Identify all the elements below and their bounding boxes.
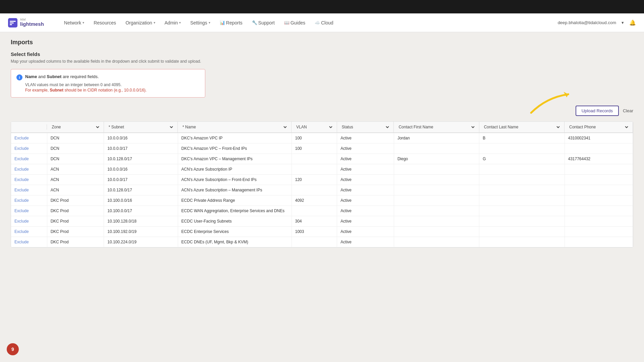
exclude-button[interactable]: Exclude <box>14 157 29 161</box>
exclude-button[interactable]: Exclude <box>14 229 29 234</box>
status-cell: Active <box>337 185 394 195</box>
exclude-button[interactable]: Exclude <box>14 188 29 192</box>
vlan-note: VLAN values must be an integer between 0… <box>25 82 200 87</box>
zone-cell: DKC Prod <box>47 206 104 216</box>
contact-last-name-select[interactable]: Contact Last Name <box>483 124 561 130</box>
exclude-cell: Exclude <box>11 206 47 216</box>
exclude-button[interactable]: Exclude <box>14 208 29 213</box>
info-icon: i <box>16 74 22 80</box>
vlan-cell: 304 <box>291 216 337 227</box>
table-row: Exclude DCN 10.0.128.0/17 DKC's Amazon V… <box>11 154 633 164</box>
subnet-cell: 10.100.0.0/17 <box>104 206 178 216</box>
chevron-down-icon: ▾ <box>209 21 210 24</box>
nav-resources[interactable]: Resources <box>90 18 120 27</box>
contact-first-name-select[interactable]: Contact First Name <box>397 124 475 130</box>
nav-network[interactable]: Network ▾ <box>60 18 88 27</box>
zone-cell: DKC Prod <box>47 237 104 247</box>
exclude-cell: Exclude <box>11 195 47 206</box>
subnet-cell: 10.100.0.0/16 <box>104 195 178 206</box>
name-cell: ECDC DNEs (UF, Mgmt, Bkp & KVM) <box>178 237 291 247</box>
exclude-button[interactable]: Exclude <box>14 167 29 172</box>
contact-first-name-cell <box>394 237 479 247</box>
subnet-cell: 10.0.128.0/17 <box>104 154 178 164</box>
status-cell: Active <box>337 227 394 237</box>
vlan-cell <box>291 237 337 247</box>
contact-first-name-cell <box>394 206 479 216</box>
nav-right: deep.bhalotia@tidalcloud.com ▾ 🔔 <box>558 19 636 26</box>
exclude-cell: Exclude <box>11 143 47 154</box>
table-row: Exclude ACN 10.0.0.0/17 ACN's Azure Subs… <box>11 175 633 185</box>
name-cell: ACN's Azure Subscription – Management IP… <box>178 185 291 195</box>
contact-last-name-cell <box>479 237 565 247</box>
zone-cell: DCN <box>47 143 104 154</box>
logo-text: tidal lightmesh <box>20 18 44 27</box>
clear-link[interactable]: Clear <box>623 108 633 113</box>
exclude-button[interactable]: Exclude <box>14 240 29 244</box>
nav-guides[interactable]: 📖 Guides <box>280 18 309 27</box>
page-title: Imports <box>11 39 633 46</box>
name-cell: DKC's Amazon VPC – Management IPs <box>178 154 291 164</box>
svg-rect-3 <box>10 24 12 25</box>
example-note: For example, Subnet should be in CIDR no… <box>25 88 200 93</box>
section-subtitle: Map your uploaded columns to the availab… <box>11 59 633 64</box>
table-row: Exclude DKC Prod 10.100.0.0/16 ECDC Priv… <box>11 195 633 206</box>
exclude-cell: Exclude <box>11 237 47 247</box>
col-zone: Zone <box>47 122 104 133</box>
name-cell: ACN's Azure Subscription – Front-End IPs <box>178 175 291 185</box>
subnet-cell: 10.100.192.0/19 <box>104 227 178 237</box>
upload-area: Upload Records Clear <box>11 106 633 116</box>
vlan-cell <box>291 164 337 175</box>
exclude-button[interactable]: Exclude <box>14 198 29 203</box>
logo-icon <box>8 18 17 27</box>
info-box: i Name and Subnet are required fields. V… <box>11 69 205 98</box>
contact-last-name-cell <box>479 175 565 185</box>
table-row: Exclude DCN 10.0.0.0/17 DKC's Amazon VPC… <box>11 143 633 154</box>
svg-marker-4 <box>564 92 568 98</box>
subnet-column-select[interactable]: * Subnet <box>107 124 174 130</box>
name-column-select[interactable]: * Name <box>181 124 288 130</box>
svg-rect-1 <box>10 21 16 22</box>
status-cell: Active <box>337 175 394 185</box>
nav-reports[interactable]: 📊 Reports <box>216 18 247 27</box>
svg-rect-2 <box>10 22 14 23</box>
status-column-select[interactable]: Status <box>340 124 390 130</box>
notification-bell-icon[interactable]: 🔔 <box>629 19 636 26</box>
section-title: Select fields <box>11 51 633 57</box>
zone-column-select[interactable]: Zone <box>50 124 100 130</box>
contact-first-name-cell <box>394 216 479 227</box>
zone-cell: DCN <box>47 154 104 164</box>
table-row: Exclude ACN 10.0.0.0/16 ACN's Azure Subs… <box>11 164 633 175</box>
contact-phone-select[interactable]: Contact Phone <box>568 124 629 130</box>
contact-phone-cell <box>565 164 633 175</box>
contact-phone-cell <box>565 185 633 195</box>
nav-support[interactable]: 🔧 Support <box>248 18 279 27</box>
contact-last-name-cell <box>479 185 565 195</box>
exclude-button[interactable]: Exclude <box>14 136 29 140</box>
exclude-button[interactable]: Exclude <box>14 146 29 151</box>
logo[interactable]: tidal lightmesh <box>8 18 44 27</box>
contact-phone-cell <box>565 143 633 154</box>
contact-last-name-cell <box>479 227 565 237</box>
nav-organization[interactable]: Organization ▾ <box>121 18 159 27</box>
user-email[interactable]: deep.bhalotia@tidalcloud.com <box>558 20 616 25</box>
contact-first-name-cell <box>394 185 479 195</box>
table-row: Exclude DKC Prod 10.100.192.0/19 ECDC En… <box>11 227 633 237</box>
user-menu-chevron[interactable]: ▾ <box>622 20 624 25</box>
exclude-button[interactable]: Exclude <box>14 177 29 182</box>
col-status: Status <box>337 122 394 133</box>
upload-records-button[interactable]: Upload Records <box>576 106 619 116</box>
col-subnet: * Subnet <box>104 122 178 133</box>
exclude-cell: Exclude <box>11 133 47 143</box>
name-cell: DKC's Amazon VPC IP <box>178 133 291 143</box>
status-cell: Active <box>337 133 394 143</box>
col-contact-first-name: Contact First Name <box>394 122 479 133</box>
exclude-button[interactable]: Exclude <box>14 219 29 224</box>
table-row: Exclude DKC Prod 10.100.128.0/18 ECDC Us… <box>11 216 633 227</box>
vlan-column-select[interactable]: VLAN <box>295 124 333 130</box>
nav-settings[interactable]: Settings ▾ <box>186 18 214 27</box>
nav-cloud[interactable]: ☁️ Cloud <box>311 18 337 27</box>
vlan-cell: 4092 <box>291 195 337 206</box>
subnet-cell: 10.0.0.0/16 <box>104 133 178 143</box>
name-cell: ACN's Azure Subscription IP <box>178 164 291 175</box>
nav-admin[interactable]: Admin ▾ <box>161 18 185 27</box>
